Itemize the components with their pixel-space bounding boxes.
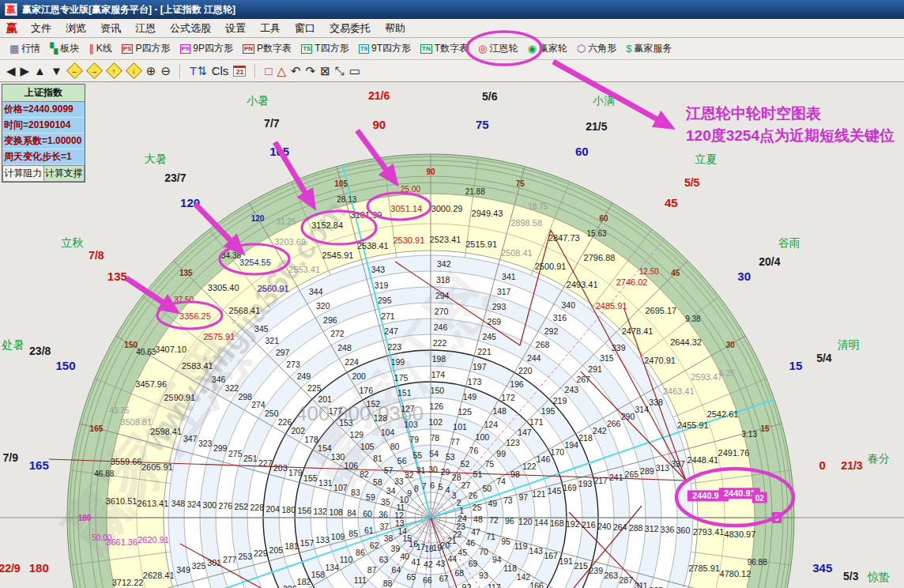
toolbar-button-cls[interactable]: Cls xyxy=(212,64,229,78)
solar-term-label: 立夏 xyxy=(695,153,717,165)
wheel-number: 51 xyxy=(473,469,483,479)
toolbar-button-calendar[interactable]: 21 xyxy=(233,66,246,77)
inner-price-label: 2545.91 xyxy=(322,251,354,260)
toolbar-separator xyxy=(179,64,181,78)
toolbar-button-t-updown[interactable]: T⇅ xyxy=(190,64,207,78)
outer-price-label: 2440.91 xyxy=(724,488,755,498)
t-table-icon: TN xyxy=(420,44,432,54)
inner-price-label: 2485.91 xyxy=(596,301,627,311)
app-title: 赢家江恩专业版[赢家服务平台] - [上证指数 江恩轮] xyxy=(22,3,235,17)
wheel-number: 248 xyxy=(337,343,352,352)
toolbar-button-nav-down[interactable]: ▼ xyxy=(51,64,62,78)
button-计算支撑[interactable]: 计算支撑 xyxy=(44,165,85,182)
toolbar-button-square-tool[interactable]: □ xyxy=(265,64,272,78)
wheel-number: 71 xyxy=(486,532,495,541)
solar-term-label: 小暑 xyxy=(247,94,269,107)
wheel-number: 38 xyxy=(384,533,394,543)
gann-wheel-chart[interactable]: 400-800-0360www.yingjia360.com赢家江恩赢家江恩12… xyxy=(0,82,904,588)
wheel-number: 69 xyxy=(469,559,478,568)
band-degree-label: 15 xyxy=(761,424,770,433)
wheel-number: 58 xyxy=(373,477,382,487)
wheel-number: 118 xyxy=(503,564,517,573)
solar-term-label: 处暑 xyxy=(2,338,24,351)
wheel-number: 35 xyxy=(381,497,390,507)
wheel-number: 65 xyxy=(406,572,416,582)
wheel-number: 98 xyxy=(510,469,520,479)
toolbar-button-screen[interactable]: ▭ xyxy=(349,64,360,78)
menu-item-设置[interactable]: 设置 xyxy=(218,20,253,37)
menu-item-江恩[interactable]: 江恩 xyxy=(128,20,163,37)
menu-item-工具[interactable]: 工具 xyxy=(253,20,288,37)
percent-label: 31.25 xyxy=(277,217,296,226)
wheel-number: 5 xyxy=(438,482,443,492)
toolbar-button-kline[interactable]: ∥K线 xyxy=(84,40,117,57)
toolbar-button-sectors[interactable]: ▚板块 xyxy=(45,40,84,57)
wheel-number: 301 xyxy=(207,558,221,567)
menu-item-文件[interactable]: 文件 xyxy=(24,20,58,37)
wheel-number: 85 xyxy=(348,529,358,538)
menu-item-窗口[interactable]: 窗口 xyxy=(288,20,322,37)
date-label: 22/9 xyxy=(0,562,21,575)
toolbar-button-shift-right[interactable]: → xyxy=(86,62,103,79)
inner-price-label: 2448.41 xyxy=(687,455,718,465)
wheel-number: 293 xyxy=(492,302,507,311)
toolbar-button-rotate-cw[interactable]: ↷ xyxy=(306,64,316,78)
menu-item-交易委托[interactable]: 交易委托 xyxy=(322,20,378,37)
band-degree-label: 30 xyxy=(726,341,736,349)
toolbar-button-p-square[interactable]: PSP四方形 xyxy=(117,40,175,57)
9p-square-icon: P9 xyxy=(180,44,191,54)
winner-wheel-label: 赢家轮 xyxy=(539,42,567,55)
wheel-number: 42 xyxy=(424,560,433,569)
gann-wheel-canvas[interactable]: 400-800-0360www.yingjia360.com赢家江恩赢家江恩12… xyxy=(0,82,904,588)
toolbar-button-t-square[interactable]: TST四方形 xyxy=(296,40,354,57)
button-计算阻力[interactable]: 计算阻力 xyxy=(2,165,44,182)
wheel-number: 317 xyxy=(497,287,511,296)
toolbar-button-gann-wheel[interactable]: ◎江恩轮 xyxy=(473,40,522,57)
winner-service-icon: $ xyxy=(626,43,631,54)
toolbar-button-zoom-out[interactable]: ⊖ xyxy=(160,64,171,78)
toolbar-button-shift-down[interactable]: ↓ xyxy=(126,62,142,79)
toolbar-button-nav-left[interactable]: ◀ xyxy=(6,64,16,78)
toolbar-button-9t-square[interactable]: T99T四方形 xyxy=(354,40,416,57)
toolbar-button-rotate-ccw[interactable]: ↶ xyxy=(291,64,301,78)
menu-item-浏览[interactable]: 浏览 xyxy=(58,20,93,37)
solar-term-label: 大暑 xyxy=(145,153,167,165)
toolbar-button-p-table[interactable]: PNP数字表 xyxy=(238,40,296,57)
menu-item-公式选股[interactable]: 公式选股 xyxy=(163,20,218,37)
toolbar-button-shrink[interactable]: ⤡ xyxy=(335,64,345,78)
toolbar-button-t-table[interactable]: TNT数字表 xyxy=(416,40,473,57)
wheel-number: 52 xyxy=(461,459,470,469)
hexagon-label: 六角形 xyxy=(588,42,616,55)
toolbar-button-winner-service[interactable]: $赢家服务 xyxy=(621,40,676,57)
toolbar-button-hexagon[interactable]: ⬡六角形 xyxy=(572,40,621,57)
outer-price-label: 2796.88 xyxy=(584,253,616,262)
wheel-number: 111 xyxy=(354,575,367,585)
wheel-number: 83 xyxy=(351,488,360,497)
toolbar-button-nav-up[interactable]: ▲ xyxy=(34,64,46,78)
inner-price-label: 2500.91 xyxy=(535,262,567,271)
percent-label: 46.88 xyxy=(94,469,114,478)
toolbar-button-winner-wheel[interactable]: ◉赢家轮 xyxy=(522,40,571,57)
wheel-number: 319 xyxy=(375,281,389,290)
toolbar-button-shift-up[interactable]: ↑ xyxy=(106,62,122,79)
toolbar-button-quotes[interactable]: ▦行情 xyxy=(5,40,45,57)
wheel-number: 77 xyxy=(450,437,460,447)
toolbar-button-triangle-tool[interactable]: △ xyxy=(277,64,286,78)
wheel-number: 4 xyxy=(446,485,450,495)
wheel-number: 107 xyxy=(333,483,348,492)
band-degree-label: 0 xyxy=(774,514,779,522)
menu-item-帮助[interactable]: 帮助 xyxy=(378,20,412,37)
inner-price-label: 2515.91 xyxy=(465,239,497,249)
toolbar-button-zoom-in[interactable]: ⊕ xyxy=(146,64,156,78)
wheel-number: 55 xyxy=(413,450,423,460)
wheel-number: 273 xyxy=(286,360,300,369)
wheel-number: 102 xyxy=(429,417,443,427)
wheel-number: 323 xyxy=(198,439,213,448)
toolbar-button-9p-square[interactable]: P99P四方形 xyxy=(175,40,238,57)
toolbar-button-shift-left[interactable]: ← xyxy=(66,62,83,79)
degree-label: 45 xyxy=(665,196,678,209)
toolbar-button-nav-right[interactable]: ▶ xyxy=(21,64,30,78)
outer-price-label: 3457.96 xyxy=(135,379,167,389)
menu-item-资讯[interactable]: 资讯 xyxy=(93,20,128,37)
toolbar-button-expand[interactable]: ⊠ xyxy=(320,64,330,78)
